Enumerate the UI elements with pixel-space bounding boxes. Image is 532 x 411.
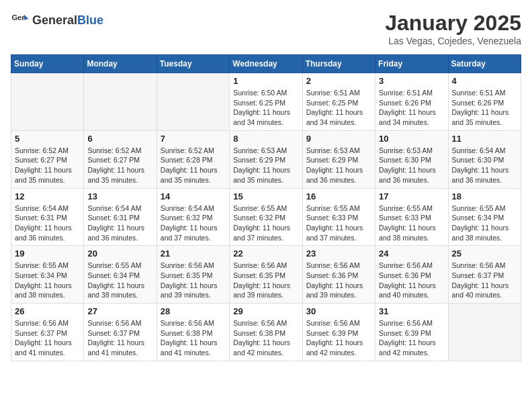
day-number: 23 [306, 248, 371, 259]
day-cell: 8Sunrise: 6:53 AMSunset: 6:29 PMDaylight… [230, 130, 302, 188]
day-info: Sunrise: 6:54 AMSunset: 6:31 PMDaylight:… [15, 203, 80, 243]
day-number: 25 [452, 248, 517, 259]
day-info: Sunrise: 6:56 AMSunset: 6:39 PMDaylight:… [306, 318, 371, 358]
day-cell: 1Sunrise: 6:50 AMSunset: 6:25 PMDaylight… [230, 73, 302, 131]
day-number: 15 [233, 191, 298, 201]
day-cell: 10Sunrise: 6:53 AMSunset: 6:30 PMDayligh… [375, 130, 448, 188]
day-number: 9 [306, 134, 371, 144]
day-info: Sunrise: 6:54 AMSunset: 6:32 PMDaylight:… [161, 203, 226, 243]
column-header-wednesday: Wednesday [230, 55, 302, 73]
day-info: Sunrise: 6:52 AMSunset: 6:28 PMDaylight:… [161, 146, 226, 185]
day-cell: 22Sunrise: 6:56 AMSunset: 6:35 PMDayligh… [230, 246, 302, 304]
day-number: 8 [233, 134, 298, 144]
day-info: Sunrise: 6:53 AMSunset: 6:29 PMDaylight:… [306, 146, 371, 185]
day-number: 29 [233, 306, 298, 316]
day-number: 17 [379, 191, 444, 201]
day-number: 10 [379, 134, 444, 144]
day-number: 20 [87, 248, 152, 259]
day-number: 30 [306, 306, 371, 316]
day-info: Sunrise: 6:55 AMSunset: 6:32 PMDaylight:… [233, 203, 298, 243]
day-cell: 25Sunrise: 6:56 AMSunset: 6:37 PMDayligh… [448, 246, 521, 304]
day-cell: 9Sunrise: 6:53 AMSunset: 6:29 PMDaylight… [302, 130, 375, 188]
day-cell: 14Sunrise: 6:54 AMSunset: 6:32 PMDayligh… [157, 188, 229, 246]
week-row-4: 19Sunrise: 6:55 AMSunset: 6:34 PMDayligh… [11, 246, 521, 304]
day-info: Sunrise: 6:56 AMSunset: 6:35 PMDaylight:… [161, 261, 226, 300]
day-cell: 19Sunrise: 6:55 AMSunset: 6:34 PMDayligh… [11, 246, 84, 304]
day-number: 16 [306, 191, 371, 201]
day-info: Sunrise: 6:51 AMSunset: 6:25 PMDaylight:… [306, 88, 371, 128]
day-number: 26 [15, 306, 80, 316]
day-cell: 5Sunrise: 6:52 AMSunset: 6:27 PMDaylight… [11, 130, 84, 188]
day-info: Sunrise: 6:56 AMSunset: 6:37 PMDaylight:… [452, 261, 517, 300]
day-cell: 3Sunrise: 6:51 AMSunset: 6:26 PMDaylight… [375, 73, 448, 131]
day-cell [448, 304, 521, 361]
day-cell: 29Sunrise: 6:56 AMSunset: 6:38 PMDayligh… [230, 304, 302, 361]
day-number: 18 [452, 191, 517, 201]
day-info: Sunrise: 6:56 AMSunset: 6:35 PMDaylight:… [233, 261, 298, 300]
day-cell: 30Sunrise: 6:56 AMSunset: 6:39 PMDayligh… [302, 304, 375, 361]
logo: Gen GeneralBlue [11, 11, 103, 30]
day-cell: 16Sunrise: 6:55 AMSunset: 6:33 PMDayligh… [302, 188, 375, 246]
day-info: Sunrise: 6:51 AMSunset: 6:26 PMDaylight:… [379, 88, 444, 128]
day-info: Sunrise: 6:52 AMSunset: 6:27 PMDaylight:… [87, 146, 152, 185]
day-info: Sunrise: 6:56 AMSunset: 6:37 PMDaylight:… [87, 318, 152, 358]
column-header-friday: Friday [375, 55, 448, 73]
column-header-monday: Monday [84, 55, 157, 73]
location: Las Vegas, Cojedes, Venezuela [385, 36, 521, 46]
day-info: Sunrise: 6:53 AMSunset: 6:30 PMDaylight:… [379, 146, 444, 185]
day-info: Sunrise: 6:54 AMSunset: 6:31 PMDaylight:… [87, 203, 152, 243]
day-cell: 4Sunrise: 6:51 AMSunset: 6:26 PMDaylight… [448, 73, 521, 131]
logo-icon: Gen [11, 11, 30, 30]
day-number: 27 [87, 306, 152, 316]
logo-general: General [32, 13, 77, 27]
week-row-1: 1Sunrise: 6:50 AMSunset: 6:25 PMDaylight… [11, 73, 521, 131]
day-number: 14 [161, 191, 226, 201]
day-info: Sunrise: 6:53 AMSunset: 6:29 PMDaylight:… [233, 146, 298, 185]
day-number: 21 [161, 248, 226, 259]
week-row-2: 5Sunrise: 6:52 AMSunset: 6:27 PMDaylight… [11, 130, 521, 188]
calendar-table: SundayMondayTuesdayWednesdayThursdayFrid… [11, 54, 521, 361]
day-info: Sunrise: 6:54 AMSunset: 6:30 PMDaylight:… [452, 146, 517, 185]
day-number: 6 [87, 134, 152, 144]
day-info: Sunrise: 6:56 AMSunset: 6:36 PMDaylight:… [306, 261, 371, 300]
logo-blue: Blue [77, 13, 103, 27]
day-cell: 31Sunrise: 6:56 AMSunset: 6:39 PMDayligh… [375, 304, 448, 361]
title-block: January 2025 Las Vegas, Cojedes, Venezue… [385, 11, 521, 46]
day-info: Sunrise: 6:55 AMSunset: 6:34 PMDaylight:… [452, 203, 517, 243]
day-info: Sunrise: 6:56 AMSunset: 6:39 PMDaylight:… [379, 318, 444, 358]
day-number: 3 [379, 76, 444, 86]
day-cell: 7Sunrise: 6:52 AMSunset: 6:28 PMDaylight… [157, 130, 229, 188]
day-cell: 15Sunrise: 6:55 AMSunset: 6:32 PMDayligh… [230, 188, 302, 246]
day-number: 28 [161, 306, 226, 316]
day-number: 5 [15, 134, 80, 144]
day-info: Sunrise: 6:55 AMSunset: 6:34 PMDaylight:… [15, 261, 80, 300]
day-cell: 20Sunrise: 6:55 AMSunset: 6:34 PMDayligh… [84, 246, 157, 304]
day-cell: 18Sunrise: 6:55 AMSunset: 6:34 PMDayligh… [448, 188, 521, 246]
day-number: 11 [452, 134, 517, 144]
day-cell: 21Sunrise: 6:56 AMSunset: 6:35 PMDayligh… [157, 246, 229, 304]
week-row-3: 12Sunrise: 6:54 AMSunset: 6:31 PMDayligh… [11, 188, 521, 246]
day-number: 1 [233, 76, 298, 86]
column-header-sunday: Sunday [11, 55, 84, 73]
header-row: SundayMondayTuesdayWednesdayThursdayFrid… [11, 55, 521, 73]
day-number: 2 [306, 76, 371, 86]
day-cell [11, 73, 84, 131]
day-info: Sunrise: 6:56 AMSunset: 6:38 PMDaylight:… [233, 318, 298, 358]
day-cell: 28Sunrise: 6:56 AMSunset: 6:38 PMDayligh… [157, 304, 229, 361]
day-info: Sunrise: 6:50 AMSunset: 6:25 PMDaylight:… [233, 88, 298, 128]
column-header-tuesday: Tuesday [157, 55, 229, 73]
day-info: Sunrise: 6:56 AMSunset: 6:36 PMDaylight:… [379, 261, 444, 300]
day-cell: 11Sunrise: 6:54 AMSunset: 6:30 PMDayligh… [448, 130, 521, 188]
day-cell: 26Sunrise: 6:56 AMSunset: 6:37 PMDayligh… [11, 304, 84, 361]
day-info: Sunrise: 6:56 AMSunset: 6:38 PMDaylight:… [161, 318, 226, 358]
day-cell: 24Sunrise: 6:56 AMSunset: 6:36 PMDayligh… [375, 246, 448, 304]
day-cell: 12Sunrise: 6:54 AMSunset: 6:31 PMDayligh… [11, 188, 84, 246]
day-cell: 17Sunrise: 6:55 AMSunset: 6:33 PMDayligh… [375, 188, 448, 246]
day-cell: 23Sunrise: 6:56 AMSunset: 6:36 PMDayligh… [302, 246, 375, 304]
day-number: 13 [87, 191, 152, 201]
day-number: 24 [379, 248, 444, 259]
month-title: January 2025 [385, 11, 521, 36]
column-header-saturday: Saturday [448, 55, 521, 73]
day-cell: 2Sunrise: 6:51 AMSunset: 6:25 PMDaylight… [302, 73, 375, 131]
day-number: 4 [452, 76, 517, 86]
